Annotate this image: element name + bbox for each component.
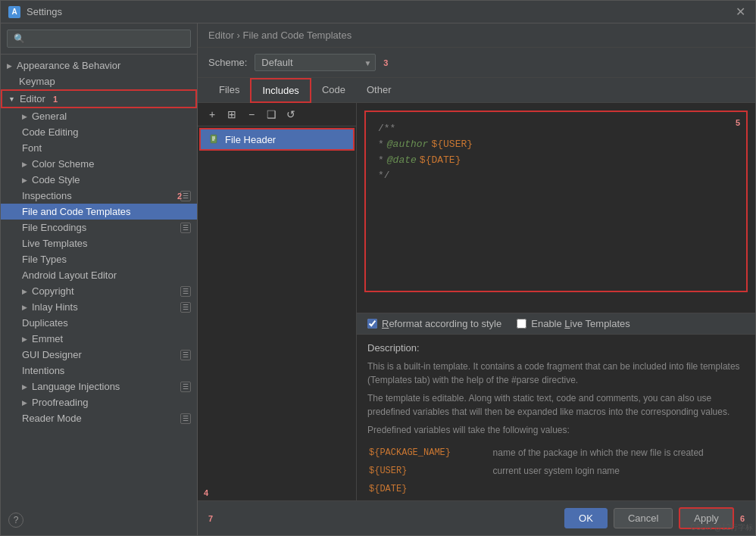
main-panel: Editor › File and Code Templates Scheme:…: [198, 23, 755, 535]
window-title: Settings: [27, 6, 62, 17]
tab-files[interactable]: Files: [208, 79, 250, 102]
remove-template-button[interactable]: −: [243, 106, 260, 123]
code-line-2: * @author ${USER}: [378, 137, 734, 153]
inspections-number-badge: 2: [177, 192, 182, 201]
sidebar-item-file-encodings[interactable]: File Encodings ☰: [1, 220, 197, 235]
sidebar-item-label: Editor: [20, 93, 45, 104]
tab-other[interactable]: Other: [356, 79, 402, 102]
copy-template-button[interactable]: ⊞: [223, 106, 240, 123]
reset-template-button[interactable]: ↺: [283, 106, 299, 123]
sidebar-item-intentions[interactable]: Intentions: [1, 363, 197, 379]
variable-row-2: ${USER} current user system login name: [369, 463, 743, 479]
sidebar-item-keymap[interactable]: Keymap: [1, 73, 197, 89]
watermark: CSDN @12行字标: [691, 522, 753, 533]
settings-tree: ▶ Appearance & Behavior Keymap ▼ Editor …: [1, 55, 197, 513]
live-templates-checkbox-label[interactable]: Enable Live Templates: [517, 318, 630, 329]
sidebar-item-reader-mode[interactable]: Reader Mode ☰: [1, 410, 197, 426]
number-label-5: 5: [736, 118, 740, 127]
sidebar-item-file-types[interactable]: File Types: [1, 251, 197, 267]
code-text: /**: [378, 121, 395, 137]
sidebar-item-font[interactable]: Font: [1, 140, 197, 156]
sidebar-item-copyright[interactable]: ▶ Copyright ☰: [1, 283, 197, 299]
sidebar-item-code-editing[interactable]: Code Editing: [1, 124, 197, 140]
gui-designer-badge: ☰: [180, 350, 191, 360]
desc-para-2: The template is editable. Along with sta…: [367, 391, 745, 419]
tab-includes[interactable]: Includes: [250, 78, 311, 103]
cancel-button[interactable]: Cancel: [614, 508, 673, 528]
sidebar-item-label: Emmet: [32, 333, 63, 344]
add-template-button[interactable]: +: [204, 106, 220, 123]
app-icon: A: [8, 6, 20, 18]
sidebar-item-android-layout-editor[interactable]: Android Layout Editor: [1, 267, 197, 283]
code-tag-author: @author: [387, 137, 429, 153]
sidebar-item-inlay-hints[interactable]: ▶ Inlay Hints ☰: [1, 299, 197, 315]
language-injections-badge: ☰: [180, 382, 191, 392]
help-button[interactable]: ?: [8, 513, 23, 528]
variable-row-1: ${PACKAGE_NAME} name of the package in w…: [369, 444, 743, 461]
code-prefix: *: [378, 153, 384, 169]
sidebar-item-gui-designer[interactable]: GUI Designer ☰: [1, 347, 197, 363]
description-text: This is a built-in template. It contains…: [367, 360, 745, 499]
tab-code[interactable]: Code: [311, 79, 356, 102]
code-content: /** * @author ${USER} * @date ${DATE}: [364, 111, 748, 292]
code-area: /** * @author ${USER} * @date ${DATE}: [357, 103, 755, 500]
sidebar-item-color-scheme[interactable]: ▶ Color Scheme: [1, 156, 197, 172]
expand-arrow-icon: ▶: [22, 113, 27, 120]
sidebar-item-duplicates[interactable]: Duplicates: [1, 315, 197, 331]
sidebar-item-editor[interactable]: ▼ Editor 1: [1, 89, 197, 108]
template-list: File Header: [198, 126, 356, 485]
variable-desc: current user system login name: [493, 463, 743, 479]
sidebar-item-language-injections[interactable]: ▶ Language Injections ☰: [1, 379, 197, 394]
inspections-badge: ☰: [180, 191, 191, 201]
description-area: Description: This is a built-in template…: [357, 334, 755, 500]
breadcrumb: Editor › File and Code Templates: [198, 23, 755, 48]
sidebar-item-file-code-templates[interactable]: File and Code Templates: [1, 204, 197, 220]
close-button[interactable]: ✕: [736, 6, 748, 18]
code-editor[interactable]: /** * @author ${USER} * @date ${DATE}: [357, 103, 755, 313]
sidebar-item-live-templates[interactable]: Live Templates: [1, 235, 197, 251]
sidebar-item-label: Reader Mode: [22, 413, 82, 424]
sidebar-item-emmet[interactable]: ▶ Emmet: [1, 331, 197, 347]
sidebar-item-appearance[interactable]: ▶ Appearance & Behavior: [1, 58, 197, 73]
sidebar-item-code-style[interactable]: ▶ Code Style: [1, 172, 197, 188]
template-item-file-header[interactable]: File Header: [199, 128, 355, 151]
inlay-hints-badge: ☰: [180, 302, 191, 313]
reader-mode-badge: ☰: [180, 413, 191, 424]
file-encodings-badge: ☰: [180, 223, 191, 233]
sidebar-item-general[interactable]: ▶ General: [1, 108, 197, 124]
expand-arrow-icon: ▶: [22, 176, 27, 184]
search-box: [1, 23, 197, 55]
code-var-date: ${DATE}: [420, 153, 461, 169]
sidebar-item-label: Color Scheme: [32, 158, 94, 170]
code-line-3: * @date ${DATE}: [378, 153, 734, 169]
reformat-checkbox-label[interactable]: Reformat according to style: [367, 318, 501, 329]
duplicate-template-button[interactable]: ❑: [263, 106, 280, 123]
title-bar-left: A Settings: [8, 6, 62, 18]
scheme-select[interactable]: Default Project: [255, 54, 376, 71]
sidebar-item-label: Copyright: [32, 285, 74, 297]
reformat-label: Reformat according to style: [382, 318, 501, 329]
main-content: ▶ Appearance & Behavior Keymap ▼ Editor …: [1, 23, 755, 535]
template-item-label: File Header: [225, 134, 276, 145]
description-title: Description:: [367, 342, 745, 354]
reformat-checkbox[interactable]: [367, 319, 377, 329]
breadcrumb-separator: ›: [237, 30, 240, 41]
scheme-label: Scheme:: [208, 57, 247, 68]
search-input[interactable]: [7, 30, 191, 48]
expand-arrow-icon: ▶: [22, 304, 27, 311]
sidebar-item-label: General: [32, 111, 67, 122]
sidebar-item-proofreading[interactable]: ▶ Proofreading: [1, 394, 197, 410]
variable-name: ${PACKAGE_NAME}: [369, 444, 492, 461]
sidebar-item-inspections[interactable]: Inspections 2 ☰: [1, 188, 197, 204]
sidebar-item-label: File and Code Templates: [22, 206, 131, 217]
live-templates-label: Enable Live Templates: [531, 318, 630, 329]
bottom-bar: 7 OK Cancel Apply 6: [198, 500, 755, 535]
file-icon: [208, 133, 220, 145]
expand-arrow-icon: ▼: [8, 95, 15, 103]
editor-number-badge: 1: [53, 95, 58, 104]
live-templates-checkbox[interactable]: [517, 319, 526, 329]
variable-desc: name of the package in which the new fil…: [493, 444, 743, 461]
ok-button[interactable]: OK: [564, 508, 608, 528]
scheme-wrapper: Default Project ▼: [255, 54, 376, 71]
number-label-4: 4: [198, 485, 356, 500]
